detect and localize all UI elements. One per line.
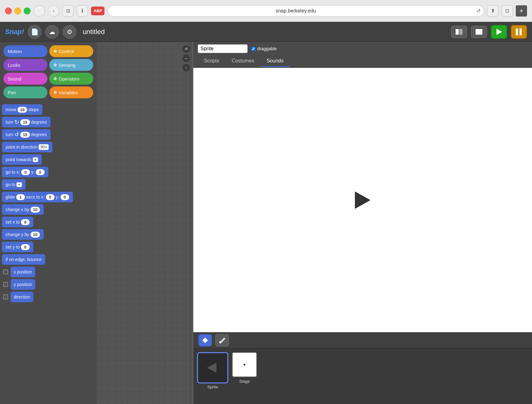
block-change-x[interactable]: change x by 10 (2, 204, 44, 215)
sprite-thumbnail-sprite[interactable] (197, 352, 228, 383)
project-title: untitled (83, 28, 105, 36)
block-move[interactable]: move 10 steps (2, 104, 42, 115)
category-motion[interactable]: Motion (3, 45, 47, 57)
stage-thumb-label: Stage (239, 379, 250, 384)
split-view-button[interactable]: ⊡ (501, 5, 513, 17)
script-rotate-button[interactable]: ↺ (182, 45, 190, 53)
tab-scripts[interactable]: Scripts (198, 56, 225, 67)
sprite-tabs: Scripts Costumes Sounds (193, 56, 532, 68)
sprite-header: draggable (193, 42, 532, 56)
stage-area (193, 68, 532, 332)
category-control[interactable]: Control (49, 45, 93, 57)
tab-costumes[interactable]: Costumes (225, 56, 260, 67)
app-toolbar: Snap! 📄 ☁ ⚙ untitled (0, 22, 532, 42)
block-set-y[interactable]: set y to 0 (2, 242, 33, 252)
reload-button[interactable]: ↺ (476, 8, 481, 14)
draggable-checkbox-container: draggable (251, 46, 277, 51)
cloud-button[interactable]: ☁ (45, 25, 59, 39)
block-direction[interactable]: direction (3, 292, 95, 302)
svg-rect-0 (456, 29, 459, 35)
forward-button[interactable]: › (48, 5, 59, 17)
script-area[interactable]: ↺ ↔ → (97, 42, 193, 404)
minimize-window-button[interactable] (14, 7, 21, 14)
green-flag-button[interactable] (491, 25, 507, 39)
stage-sprite (355, 191, 370, 209)
draggable-checkbox[interactable] (251, 47, 255, 51)
svg-point-7 (220, 342, 221, 343)
block-turn-ccw[interactable]: turn ↺ 15 degrees (2, 129, 51, 140)
block-y-position[interactable]: y position (3, 279, 95, 290)
pause-button[interactable] (511, 25, 527, 39)
category-looks[interactable]: Looks (3, 59, 47, 71)
stage-dot (244, 364, 245, 366)
svg-rect-4 (516, 28, 518, 35)
svg-marker-3 (496, 29, 502, 35)
new-file-button[interactable]: 📄 (28, 25, 41, 39)
script-arrow-button[interactable]: → (182, 64, 190, 72)
svg-rect-2 (476, 29, 482, 35)
categories-panel: Motion Control Looks Sensing Sound Opera… (0, 42, 97, 404)
category-sensing[interactable]: Sensing (49, 59, 93, 71)
sprite-thumb-icon (205, 360, 220, 376)
category-operators[interactable]: Operators (49, 73, 93, 85)
category-pen[interactable]: Pen (3, 86, 47, 98)
svg-rect-5 (520, 28, 522, 35)
block-glide[interactable]: glide 1 secs to x: 0 y: 0 (2, 192, 73, 202)
url-bar[interactable]: snap.berkeley.edu ↺ (108, 5, 484, 17)
block-x-position[interactable]: x position (3, 267, 95, 277)
stage-fullscreen-button[interactable] (471, 26, 487, 38)
url-text: snap.berkeley.edu (276, 8, 316, 14)
snap-logo: Snap! (5, 28, 24, 36)
sprite-thumb-label: Sprite (207, 385, 218, 389)
category-grid: Motion Control Looks Sensing Sound Opera… (0, 42, 97, 102)
right-panel: draggable Scripts Costumes Sounds (193, 42, 532, 404)
bottom-panel: Sprite Stage (193, 332, 532, 404)
script-divider (190, 42, 193, 404)
sprites-row: Sprite Stage (193, 348, 532, 404)
snap-logo-text: Snap! (5, 28, 24, 36)
block-set-x[interactable]: set x to 0 (2, 217, 33, 227)
share-button[interactable]: ⬆ (487, 5, 498, 17)
script-flip-button[interactable]: ↔ (182, 54, 190, 62)
main-content: Motion Control Looks Sensing Sound Opera… (0, 42, 532, 404)
svg-rect-1 (459, 29, 462, 35)
category-variables[interactable]: Variables (49, 86, 93, 98)
block-change-y[interactable]: change y by 10 (2, 229, 44, 240)
adblock-button[interactable]: ABP (91, 7, 104, 15)
tab-sounds[interactable]: Sounds (260, 56, 290, 67)
block-go-to-xy[interactable]: go to x: 0 y: 0 (2, 167, 48, 177)
info-button[interactable]: ℹ (77, 5, 88, 17)
direction-checkbox[interactable] (3, 294, 8, 299)
paint-button[interactable] (215, 334, 229, 347)
app-container: Snap! 📄 ☁ ⚙ untitled Motion Control Look… (0, 22, 532, 404)
block-point-towards[interactable]: point towards ▾ (2, 154, 42, 165)
svg-marker-8 (207, 363, 216, 373)
blocks-panel: move 10 steps turn ↻ 15 degrees turn ↺ 1… (0, 102, 97, 305)
category-sound[interactable]: Sound (3, 73, 47, 85)
bottom-toolbar (193, 332, 532, 348)
svg-marker-6 (202, 337, 208, 343)
browser-bar: ‹ › ⊟ ℹ ABP snap.berkeley.edu ↺ ⬆ ⊡ + (0, 0, 532, 22)
script-controls: ↺ ↔ → (182, 45, 190, 72)
back-button[interactable]: ‹ (34, 5, 45, 17)
close-window-button[interactable] (5, 7, 12, 14)
settings-button[interactable]: ⚙ (63, 25, 76, 39)
block-bounce[interactable]: if on edge, bounce (2, 254, 45, 265)
sprite-thumbnail-stage[interactable] (232, 352, 257, 377)
block-point-direction[interactable]: point in direction 90 ▾ (2, 142, 52, 152)
sprite-mode-button[interactable] (198, 334, 212, 347)
y-position-checkbox[interactable] (3, 282, 8, 287)
sprite-name-input[interactable] (198, 44, 248, 53)
stage-small-button[interactable] (451, 26, 467, 38)
block-go-to[interactable]: go to ▾ (2, 179, 26, 190)
block-turn-cw[interactable]: turn ↻ 15 degrees (2, 117, 51, 127)
draggable-label: draggable (257, 46, 277, 51)
maximize-window-button[interactable] (24, 7, 31, 14)
traffic-lights (5, 7, 31, 14)
x-position-checkbox[interactable] (3, 269, 8, 274)
add-tab-button[interactable]: + (516, 5, 527, 17)
sidebar-toggle-button[interactable]: ⊟ (62, 5, 74, 17)
